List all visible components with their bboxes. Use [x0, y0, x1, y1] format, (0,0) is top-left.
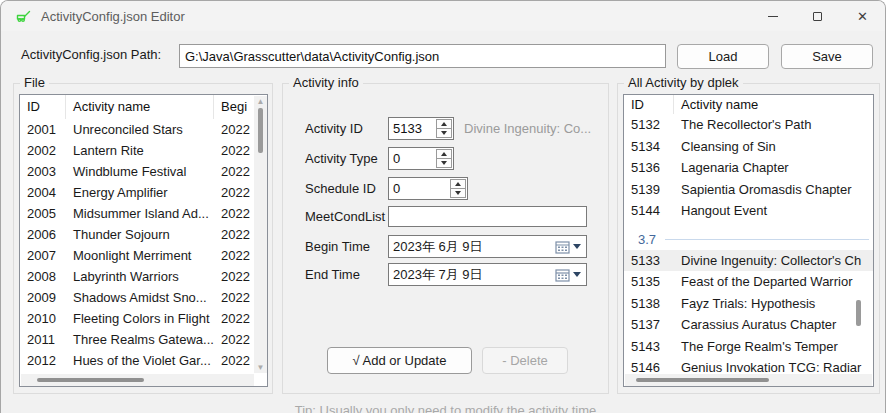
cell-activity-name: Feast of the Departed Warrior	[674, 271, 873, 293]
spin-up-button[interactable]	[437, 150, 451, 158]
cell-id: 2003	[20, 161, 66, 182]
file-table-row[interactable]: 2001Unreconciled Stars2022	[20, 119, 267, 140]
cell-id: 2002	[20, 140, 66, 161]
column-header-id[interactable]: ID	[624, 95, 674, 114]
cell-activity-name: Hangout Event	[674, 200, 873, 222]
end-time-datepicker[interactable]: 2023年 7月 9日	[388, 263, 587, 286]
cell-id: 5136	[624, 157, 674, 179]
all-activity-table-row[interactable]: 5134Cleansing of Sin	[624, 136, 873, 158]
cell-activity-name: Shadows Amidst Sno...	[66, 287, 214, 308]
activity-type-label: Activity Type	[305, 151, 378, 166]
file-table-row[interactable]: 2006Thunder Sojourn2022	[20, 224, 267, 245]
end-time-value: 2023年 7月 9日	[389, 266, 555, 284]
all-activity-table-row[interactable]: 5132The Recollector's Path	[624, 114, 873, 136]
file-table-row[interactable]: 2010Fleeting Colors in Flight2022	[20, 308, 267, 329]
file-vscroll-thumb[interactable]	[258, 108, 263, 153]
spin-up-button[interactable]	[437, 120, 451, 128]
all-activity-table: ID Activity name 5132The Recollector's P…	[623, 94, 874, 387]
maximize-button[interactable]	[795, 1, 840, 31]
cell-activity-name: Fleeting Colors in Flight	[66, 308, 214, 329]
close-button[interactable]: ✕	[840, 1, 885, 31]
grasscutter-logo-icon	[15, 7, 33, 25]
cell-activity-name: Windblume Festival	[66, 161, 214, 182]
up-arrow-icon	[441, 122, 447, 126]
all-activity-table-rows: 5132The Recollector's Path5134Cleansing …	[624, 114, 873, 379]
file-hscroll-thumb[interactable]	[37, 378, 144, 382]
cell-activity-name: The Forge Realm's Temper	[674, 336, 873, 358]
file-table-row[interactable]: 2012Hues of the Violet Gar...2022	[20, 350, 267, 371]
file-vertical-scrollbar[interactable]: ▲ ▼	[254, 96, 267, 373]
delete-button: - Delete	[482, 347, 568, 374]
cell-id: 2009	[20, 287, 66, 308]
file-table-row[interactable]: 2008Labyrinth Warriors2022	[20, 266, 267, 287]
all-activity-table-row[interactable]: 5136Lagenaria Chapter	[624, 157, 873, 179]
all-hscroll-thumb[interactable]	[636, 378, 769, 382]
all-activity-table-row[interactable]: 5137Carassius Auratus Chapter	[624, 314, 873, 336]
dropdown-arrow-icon[interactable]	[573, 244, 581, 249]
begin-time-label: Begin Time	[305, 239, 370, 254]
add-or-update-button[interactable]: √ Add or Update	[327, 347, 472, 374]
file-horizontal-scrollbar[interactable]	[21, 374, 254, 386]
cell-activity-name: Divine Ingenuity: Collector's Ch	[674, 250, 873, 272]
spin-down-button[interactable]	[451, 188, 465, 197]
cell-id: 2011	[20, 329, 66, 350]
file-table-row[interactable]: 2003Windblume Festival2022	[20, 161, 267, 182]
scroll-up-icon[interactable]: ▲	[254, 96, 267, 107]
spin-down-button[interactable]	[437, 128, 451, 137]
end-time-label: End Time	[305, 267, 360, 282]
all-activity-table-row[interactable]: 5144Hangout Event	[624, 200, 873, 222]
cell-activity-name: Carassius Auratus Chapter	[674, 314, 873, 336]
window-title: ActivityConfig.json Editor	[41, 9, 185, 24]
spin-up-button[interactable]	[451, 180, 465, 188]
activity-id-stepper[interactable]	[388, 117, 454, 140]
spin-down-button[interactable]	[437, 158, 451, 167]
file-table-row[interactable]: 2005Midsummer Island Ad...2022	[20, 203, 267, 224]
all-activity-table-row[interactable]: 5139Sapientia Oromasdis Chapter	[624, 179, 873, 201]
file-table-row[interactable]: 2004Energy Amplifier2022	[20, 182, 267, 203]
down-arrow-icon	[441, 131, 447, 135]
schedule-id-label: Schedule ID	[305, 181, 376, 196]
titlebar: ActivityConfig.json Editor ✕	[1, 1, 885, 31]
column-header-activity-name[interactable]: Activity name	[66, 95, 214, 119]
activity-type-input[interactable]	[389, 148, 435, 169]
load-button[interactable]: Load	[677, 44, 769, 69]
save-button[interactable]: Save	[781, 44, 873, 69]
cell-id: 5137	[624, 314, 674, 336]
cell-activity-name: Fayz Trials: Hypothesis	[674, 293, 873, 315]
activity-name-hint: Divine Ingenuity: Co...	[464, 121, 591, 136]
activity-info-title: Activity info	[289, 75, 363, 90]
file-table-row[interactable]: 2011Three Realms Gatewa...2022	[20, 329, 267, 350]
cell-activity-name: Moonlight Merriment	[66, 245, 214, 266]
all-activity-table-row[interactable]: 5133Divine Ingenuity: Collector's Ch	[624, 250, 873, 272]
minimize-button[interactable]	[750, 1, 795, 31]
cell-id: 5138	[624, 293, 674, 315]
all-activity-table-row[interactable]: 5143The Forge Realm's Temper	[624, 336, 873, 358]
activity-type-stepper[interactable]	[388, 147, 454, 170]
cell-activity-name: The Recollector's Path	[674, 114, 873, 136]
all-vscroll-thumb[interactable]	[856, 300, 861, 326]
list-group-header: 3.7	[624, 222, 873, 250]
schedule-id-input[interactable]	[389, 178, 449, 199]
begin-time-datepicker[interactable]: 2023年 6月 9日	[388, 235, 587, 258]
activity-id-input[interactable]	[389, 118, 435, 139]
cell-id: 5144	[624, 200, 674, 222]
all-activity-groupbox: All Activity by dplek ID Activity name 5…	[617, 83, 880, 394]
all-activity-table-row[interactable]: 5135Feast of the Departed Warrior	[624, 271, 873, 293]
file-table-row[interactable]: 2007Moonlight Merriment2022	[20, 245, 267, 266]
down-arrow-icon	[455, 191, 461, 195]
scroll-down-icon[interactable]: ▼	[254, 362, 267, 373]
cell-activity-name: Cleansing of Sin	[674, 136, 873, 158]
cell-activity-name: Lantern Rite	[66, 140, 214, 161]
all-activity-table-row[interactable]: 5138Fayz Trials: Hypothesis	[624, 293, 873, 315]
column-header-activity-name[interactable]: Activity name	[674, 95, 873, 114]
meetcondlist-input[interactable]	[388, 206, 587, 227]
path-input[interactable]	[179, 44, 666, 68]
column-header-id[interactable]: ID	[20, 95, 66, 119]
dropdown-arrow-icon[interactable]	[573, 272, 581, 277]
maximize-icon	[813, 12, 822, 21]
all-horizontal-scrollbar[interactable]	[625, 374, 872, 386]
schedule-id-stepper[interactable]	[388, 177, 468, 200]
file-table-row[interactable]: 2009Shadows Amidst Sno...2022	[20, 287, 267, 308]
file-table-row[interactable]: 2002Lantern Rite2022	[20, 140, 267, 161]
file-table: ID Activity name Begi 2001Unreconciled S…	[19, 94, 268, 387]
